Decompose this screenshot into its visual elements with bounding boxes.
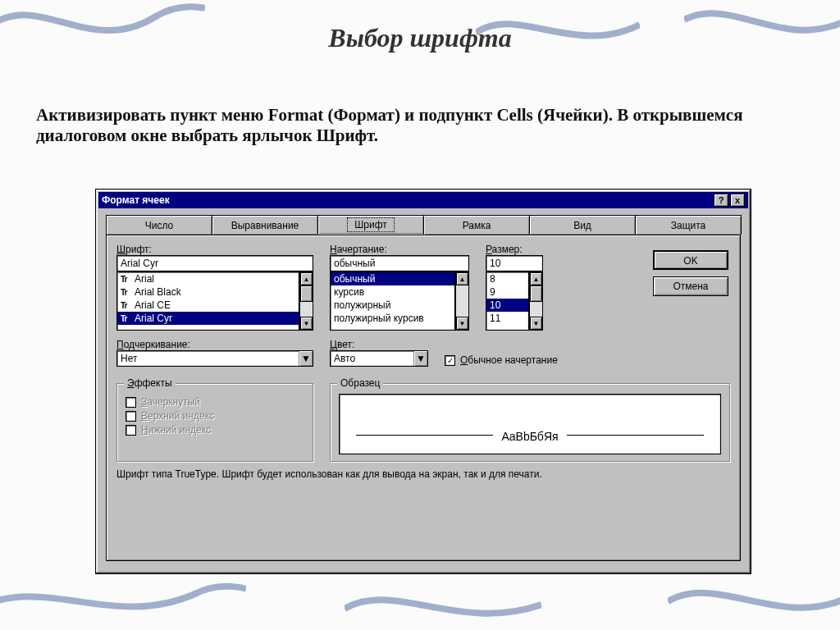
dialog-title: Формат ячеек	[102, 194, 170, 206]
tab-font[interactable]: Шрифт	[317, 215, 424, 235]
decor-swoosh	[345, 584, 541, 630]
checkbox-icon	[126, 397, 136, 408]
scroll-down-icon[interactable]: ▼	[530, 317, 542, 330]
checkbox-icon: ✓	[445, 355, 455, 366]
format-cells-dialog: Формат ячеек ? x Число Выравнивание Шриф…	[95, 189, 751, 574]
font-listbox[interactable]: TrArial TrArial Black TrArial CE TrArial…	[116, 272, 299, 331]
decor-swoosh	[668, 573, 840, 630]
font-input[interactable]	[116, 255, 313, 272]
style-listbox[interactable]: обычный курсив полужирный полужирный кур…	[330, 272, 455, 331]
truetype-footnote: Шрифт типа TrueType. Шрифт будет использ…	[116, 468, 730, 480]
scroll-up-icon[interactable]: ▲	[456, 272, 468, 285]
font-scrollbar[interactable]: ▲ ▼	[299, 272, 313, 331]
underline-value: Нет	[117, 351, 299, 366]
preview-group: Образец AaBbБбЯя	[330, 383, 730, 462]
tab-number[interactable]: Число	[106, 215, 212, 235]
effects-group: Эффекты Зачеркнутый Верхний индекс Нижни…	[116, 383, 313, 462]
help-button[interactable]: ?	[714, 194, 728, 207]
scroll-up-icon[interactable]: ▲	[300, 272, 313, 285]
truetype-icon: Tr	[121, 275, 132, 284]
size-scrollbar[interactable]: ▲ ▼	[529, 272, 543, 331]
scroll-up-icon[interactable]: ▲	[530, 272, 542, 285]
underline-label: Подчеркивание:	[116, 339, 313, 350]
close-button[interactable]: x	[730, 194, 745, 207]
style-input[interactable]	[330, 255, 469, 272]
preview-box: AaBbБбЯя	[339, 394, 721, 454]
superscript-checkbox[interactable]: Верхний индекс	[126, 410, 304, 422]
truetype-icon: Tr	[121, 314, 132, 323]
tab-pattern[interactable]: Вид	[529, 215, 636, 235]
scroll-down-icon[interactable]: ▼	[300, 317, 313, 330]
size-listbox[interactable]: 8 9 10 11	[486, 272, 529, 331]
size-label: Размер:	[486, 244, 543, 255]
underline-combo[interactable]: Нет ▼	[116, 350, 313, 367]
scroll-down-icon[interactable]: ▼	[456, 317, 468, 330]
preview-sample: AaBbБбЯя	[501, 430, 558, 445]
color-combo[interactable]: Авто ▼	[330, 350, 428, 367]
strikethrough-checkbox[interactable]: Зачеркнутый	[126, 396, 304, 408]
ok-button[interactable]: OK	[653, 250, 728, 270]
scroll-thumb[interactable]	[530, 285, 542, 302]
style-label: Начертание:	[330, 244, 469, 255]
subscript-checkbox[interactable]: Нижний индекс	[126, 424, 304, 436]
scroll-thumb[interactable]	[300, 285, 313, 302]
tab-page-font: OK Отмена Шрифт: TrArial TrArial Black T…	[106, 235, 741, 561]
tab-alignment[interactable]: Выравнивание	[212, 215, 318, 235]
checkbox-icon	[126, 411, 136, 422]
chevron-down-icon[interactable]: ▼	[299, 351, 313, 366]
decor-swoosh	[0, 573, 246, 630]
chevron-down-icon[interactable]: ▼	[413, 351, 427, 366]
size-input[interactable]	[486, 255, 543, 272]
truetype-icon: Tr	[121, 288, 132, 297]
cancel-button[interactable]: Отмена	[653, 276, 728, 296]
normal-font-checkbox[interactable]: ✓ Обычное начертание	[445, 354, 558, 366]
tab-strip: Число Выравнивание Шрифт Рамка Вид Защит…	[106, 215, 741, 235]
tab-protection[interactable]: Защита	[635, 215, 742, 235]
truetype-icon: Tr	[121, 301, 132, 310]
style-scrollbar[interactable]: ▲ ▼	[455, 272, 469, 331]
font-label: Шрифт:	[116, 244, 313, 255]
slide-title: Выбор шрифта	[0, 23, 840, 53]
checkbox-icon	[126, 425, 136, 436]
tab-border[interactable]: Рамка	[423, 215, 530, 235]
dialog-titlebar: Формат ячеек ? x	[98, 192, 748, 208]
color-label: Цвет:	[330, 339, 428, 350]
slide-body-text: Активизировать пункт меню Format (Формат…	[36, 105, 791, 146]
color-value: Авто	[331, 351, 413, 366]
